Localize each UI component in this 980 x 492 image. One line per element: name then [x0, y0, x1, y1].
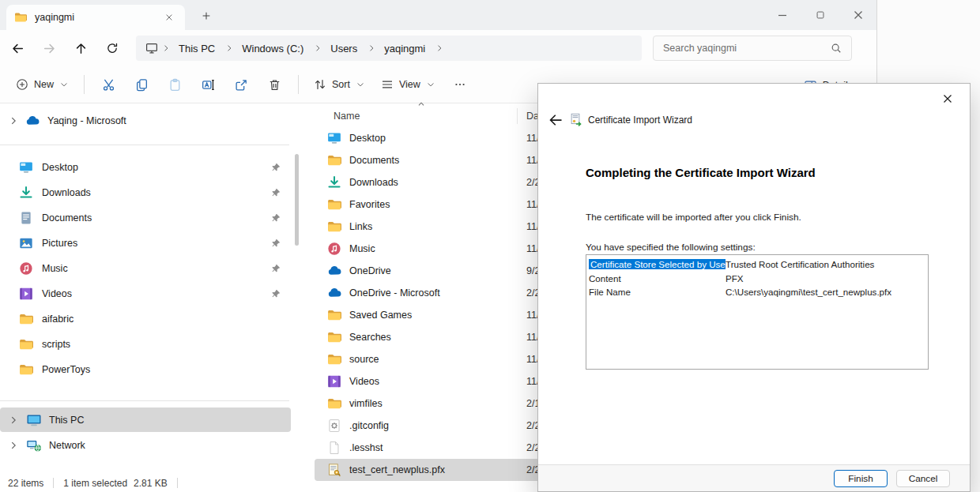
breadcrumb-item[interactable]: Windows (C:) — [237, 41, 322, 56]
sidebar-item[interactable]: PowerToys — [3, 357, 291, 382]
sidebar-item[interactable]: scripts — [3, 332, 291, 357]
sidebar-item-label: aifabric — [42, 314, 74, 325]
sidebar-item-onedrive-root[interactable]: Yaqing - Microsoft — [0, 109, 292, 133]
share-button[interactable] — [224, 71, 258, 98]
chevron-right-icon — [367, 43, 376, 53]
sidebar-tree-item[interactable]: This PC — [0, 407, 291, 432]
sidebar-item-label: scripts — [42, 339, 70, 350]
sidebar-item[interactable]: Videos — [3, 281, 291, 306]
new-button[interactable]: New — [8, 71, 77, 98]
dialog-close-button[interactable] — [938, 89, 957, 108]
column-name[interactable]: Name — [334, 111, 360, 122]
close-window-button[interactable] — [851, 8, 865, 22]
sidebar-item-label: Documents — [42, 212, 92, 223]
more-icon — [454, 78, 466, 91]
up-button[interactable] — [68, 36, 93, 61]
rename-button[interactable] — [191, 71, 224, 98]
sidebar-item-label: Pictures — [42, 238, 77, 249]
breadcrumb-label: Windows (C:) — [237, 41, 308, 56]
cancel-button[interactable]: Cancel — [896, 470, 950, 487]
sidebar-item[interactable]: Downloads — [3, 180, 291, 205]
search-box[interactable] — [653, 36, 852, 61]
search-input[interactable] — [663, 43, 824, 54]
plus-icon — [201, 10, 212, 21]
copy-button[interactable] — [125, 71, 158, 98]
setting-row[interactable]: Content PFX — [586, 272, 928, 286]
file-name: Downloads — [349, 177, 398, 188]
certificate-wizard-icon — [570, 113, 583, 126]
column-divider[interactable] — [517, 108, 518, 124]
file-icon — [327, 374, 341, 389]
new-tab-button[interactable] — [198, 7, 215, 24]
forward-arrow-icon — [43, 42, 56, 55]
pin-icon — [270, 238, 281, 249]
file-icon — [327, 419, 341, 433]
selection-size: 2.81 KB — [134, 478, 168, 489]
back-button[interactable] — [5, 36, 30, 61]
file-icon — [327, 308, 341, 322]
window-controls — [775, 0, 865, 30]
file-name: source — [349, 354, 379, 365]
chevron-right-icon[interactable] — [8, 415, 19, 426]
more-button[interactable] — [443, 71, 477, 98]
breadcrumb-label: yaqingmi — [379, 41, 430, 56]
file-name: Links — [349, 221, 372, 232]
sidebar-item[interactable]: Documents — [3, 205, 291, 231]
file-icon — [327, 220, 341, 234]
breadcrumb-item[interactable]: Users — [326, 41, 376, 56]
sidebar-item-label: PowerToys — [42, 364, 90, 375]
setting-row[interactable]: File Name C:\Users\yaqingmi\test_cert_ne… — [586, 285, 928, 299]
trash-icon — [268, 78, 281, 92]
pin-icon — [270, 212, 281, 223]
sidebar-item-icon — [19, 211, 33, 225]
file-name: .lesshst — [349, 442, 383, 453]
tree-item-label: This PC — [49, 415, 84, 426]
maximize-button[interactable] — [813, 8, 827, 22]
sidebar-item-label: Desktop — [42, 162, 78, 173]
address-bar: This PC Windows (C:) Users yaqingmi — [0, 30, 876, 66]
refresh-icon — [106, 42, 119, 54]
refresh-button[interactable] — [100, 36, 125, 61]
status-divider — [177, 478, 178, 488]
sidebar-tree-item[interactable]: Network — [0, 433, 291, 457]
sidebar-item[interactable]: Pictures — [3, 231, 291, 256]
view-button[interactable]: View — [373, 71, 443, 98]
setting-value: PFX — [726, 272, 744, 286]
tab-close-button[interactable] — [161, 9, 177, 25]
breadcrumb-item[interactable]: This PC — [174, 41, 234, 56]
dialog-footer: Finish Cancel — [538, 464, 970, 491]
pin-icon — [270, 187, 281, 198]
breadcrumb-items: This PC Windows (C:) Users yaqingmi — [174, 41, 444, 56]
file-icon — [327, 264, 341, 278]
back-arrow-icon — [548, 112, 564, 128]
chevron-right-icon[interactable] — [8, 440, 19, 451]
paste-button[interactable] — [158, 71, 191, 98]
dialog-back-button[interactable] — [548, 112, 564, 128]
setting-row[interactable]: Certificate Store Selected by User Trust… — [586, 257, 928, 272]
sort-button[interactable]: Sort — [306, 71, 373, 98]
setting-key-text: Content — [589, 273, 621, 284]
breadcrumb-label: This PC — [174, 41, 220, 56]
sidebar-item-label: Downloads — [42, 187, 91, 198]
settings-listview[interactable]: Certificate Store Selected by User Trust… — [586, 254, 929, 370]
certificate-import-wizard-dialog: Certificate Import Wizard Completing the… — [537, 83, 971, 492]
sidebar-item[interactable]: Desktop — [3, 155, 291, 180]
dialog-title: Certificate Import Wizard — [588, 115, 692, 126]
sidebar-divider — [0, 400, 289, 401]
forward-button[interactable] — [36, 36, 62, 61]
delete-button[interactable] — [258, 71, 291, 98]
sidebar-scrollbar[interactable] — [295, 154, 299, 473]
explorer-tab[interactable]: yaqingmi — [6, 5, 185, 30]
sidebar-divider — [0, 145, 289, 145]
minimize-button[interactable] — [775, 8, 790, 22]
breadcrumb-item[interactable]: yaqingmi — [379, 41, 444, 56]
scrollbar-thumb[interactable] — [295, 154, 299, 246]
up-arrow-icon — [74, 42, 88, 55]
file-icon — [327, 242, 341, 256]
sidebar-item[interactable]: Music — [3, 256, 291, 281]
sidebar-item[interactable]: aifabric — [3, 306, 291, 332]
cut-button[interactable] — [92, 71, 125, 98]
breadcrumb[interactable]: This PC Windows (C:) Users yaqingmi — [136, 36, 642, 61]
finish-button[interactable]: Finish — [834, 470, 888, 487]
onedrive-root-label: Yaqing - Microsoft — [47, 115, 126, 126]
